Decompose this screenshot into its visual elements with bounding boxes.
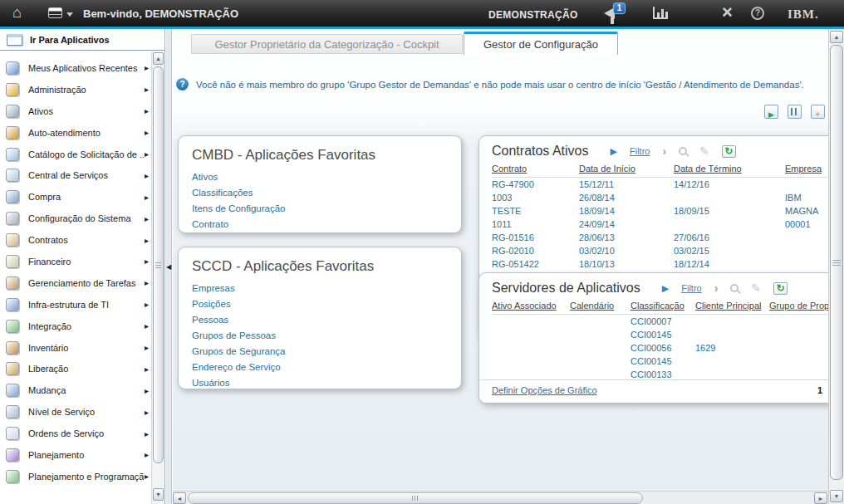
sidebar-splitter[interactable]: ◀ — [166, 29, 172, 504]
scheduling-icon — [6, 470, 19, 483]
scroll-up-button[interactable]: ▲ — [830, 31, 843, 43]
tab-gestor-configuracao[interactable]: Gestor de Configuração — [464, 32, 618, 55]
sidebar-item[interactable]: Ordens de Serviço▸ — [0, 423, 151, 444]
collapse-sidebar-icon[interactable]: ◀ — [166, 263, 171, 271]
filter-link[interactable]: Filtro — [681, 283, 701, 293]
logout-close-icon[interactable]: × — [722, 2, 733, 23]
favorite-app-link[interactable]: Itens de Configuração — [192, 201, 448, 217]
table-row[interactable]: TESTE18/09/1418/09/15MAGNA — [492, 204, 828, 218]
sidebar-item[interactable]: Auto-atendimento▸ — [0, 122, 151, 144]
sidebar-item[interactable]: Ativos▸ — [0, 100, 151, 122]
tab-gestor-proprietario[interactable]: Gestor Proprietário da Categorização - C… — [191, 34, 463, 54]
horizontal-scrollbar[interactable]: ◄ ► — [173, 491, 828, 504]
service-desk-icon — [6, 169, 19, 182]
sidebar-item[interactable]: Integração▸ — [0, 316, 151, 337]
column-header-link[interactable]: Calendário — [570, 301, 614, 311]
favorite-app-link[interactable]: Contrato — [192, 217, 448, 232]
chart-options-link[interactable]: Definir Opções de Gráfico — [492, 385, 597, 395]
sidebar-item[interactable]: Planejamento▸ — [0, 444, 151, 466]
table-row[interactable]: RG-0151628/06/1327/06/16 — [492, 231, 828, 244]
scroll-down-button[interactable]: ▼ — [153, 488, 164, 501]
column-header-link[interactable]: Contrato — [492, 164, 527, 174]
sidebar-item[interactable]: Mudança▸ — [0, 379, 151, 401]
sidebar-item[interactable]: Planejamento e Programação▸ — [0, 466, 151, 487]
menu-caret-icon[interactable] — [66, 12, 73, 17]
help-icon[interactable]: ? — [751, 7, 764, 20]
scroll-up-button[interactable]: ▲ — [153, 52, 164, 65]
release-icon — [6, 362, 19, 375]
search-icon[interactable] — [679, 147, 687, 155]
scrollbar-thumb[interactable] — [188, 492, 643, 504]
scrollbar-thumb[interactable] — [153, 66, 164, 463]
display-settings-icon[interactable]: ▶ — [764, 105, 778, 119]
table-row[interactable]: CCI00145 — [492, 355, 828, 368]
table-row[interactable]: CCI00145 — [492, 328, 828, 341]
sidebar-item[interactable]: Financeiro▸ — [0, 251, 151, 272]
go-to-applications-header[interactable]: Ir Para Aplicativos — [0, 29, 164, 51]
welcome-text: Bem-vindo, DEMONSTRAÇÃO — [83, 7, 238, 20]
favorite-app-link[interactable]: Grupos de Segurança — [192, 344, 448, 360]
column-header-link[interactable]: Data de Início — [579, 164, 635, 174]
table-row[interactable]: RG-0201003/02/1003/02/15 — [492, 244, 828, 257]
scrollbar-thumb[interactable] — [830, 45, 843, 480]
column-header-link[interactable]: Classificação — [631, 301, 685, 311]
ibm-logo: IBM. — [788, 7, 819, 22]
favorite-app-link[interactable]: Pessoas — [192, 312, 448, 328]
scroll-right-button[interactable]: ► — [814, 492, 827, 504]
column-header-link[interactable]: Empresa — [785, 164, 822, 174]
sidebar-item[interactable]: Compra▸ — [0, 186, 151, 208]
vertical-scrollbar[interactable]: ▲ ▼ — [828, 29, 844, 504]
favorite-app-link[interactable]: Usuários — [192, 375, 448, 391]
refresh-icon[interactable]: ↻ — [773, 282, 788, 295]
edit-filter-icon[interactable]: ✎ — [751, 281, 761, 295]
scroll-down-button[interactable]: ▼ — [830, 490, 843, 502]
favorite-app-link[interactable]: Posições — [192, 296, 448, 312]
favorite-app-link[interactable]: Grupos de Pessoas — [192, 328, 448, 344]
servidores-table: Ativo AssociadoCalendárioClassificaçãoCl… — [492, 299, 828, 381]
search-icon[interactable] — [730, 284, 738, 292]
column-header-link[interactable]: Cliente Principal — [695, 301, 761, 311]
table-row[interactable]: RG-05142218/10/1318/12/14 — [492, 257, 828, 271]
new-portlet-icon[interactable]: + — [811, 105, 825, 119]
sidebar-item-label: Configuração do Sistema — [28, 213, 144, 223]
home-icon[interactable]: ⌂ — [12, 4, 22, 22]
table-row[interactable]: 100326/08/14IBM — [492, 191, 828, 204]
submenu-arrow-icon: ▸ — [145, 257, 149, 266]
sidebar-item[interactable]: Meus Aplicativos Recentes▸ — [0, 57, 151, 79]
sidebar-item[interactable]: Configuração do Sistema▸ — [0, 208, 151, 229]
reports-chart-icon[interactable] — [653, 7, 668, 19]
table-row[interactable]: 101124/09/1400001 — [492, 218, 828, 231]
sidebar-scrollbar[interactable]: ▲ ▼ — [151, 51, 164, 504]
table-row[interactable]: CCI00007 — [492, 315, 828, 329]
sidebar-item[interactable]: Inventário▸ — [0, 337, 151, 359]
sidebar-item[interactable]: Administração▸ — [0, 79, 151, 100]
sidebar-item[interactable]: Central de Serviços▸ — [0, 164, 151, 186]
favorite-app-link[interactable]: Endereço de Serviço — [192, 360, 448, 375]
sidebar-item[interactable]: Contratos▸ — [0, 229, 151, 251]
favorite-app-link[interactable]: Ativos — [192, 169, 448, 185]
column-header-link[interactable]: Data de Término — [674, 164, 742, 174]
favorite-app-link[interactable]: Empresas — [192, 281, 448, 296]
sidebar-item[interactable]: Infra-estrutura de TI▸ — [0, 294, 151, 316]
favorite-app-link[interactable]: Classificações — [192, 185, 448, 201]
sidebar-item[interactable]: Catálogo de Solicitação de ..▸ — [0, 144, 151, 165]
applications-menu-icon[interactable] — [48, 7, 62, 18]
profile-icon[interactable] — [703, 6, 718, 21]
filter-toggle-icon[interactable]: ▶ — [611, 146, 617, 157]
table-cell: 03/02/10 — [579, 244, 674, 257]
column-header-link[interactable]: Ativo Associado — [492, 301, 557, 311]
sidebar-item[interactable]: Liberação▸ — [0, 358, 151, 379]
modify-template-icon[interactable] — [788, 105, 802, 119]
refresh-icon[interactable]: ↻ — [722, 145, 736, 158]
sidebar-item[interactable]: Nível de Serviço▸ — [0, 401, 151, 423]
sidebar-item[interactable]: Gerenciamento de Tarefas▸ — [0, 272, 151, 294]
scroll-left-button[interactable]: ◄ — [173, 492, 186, 504]
edit-filter-icon[interactable]: ✎ — [699, 144, 709, 158]
sidebar-item-label: Meus Aplicativos Recentes — [28, 63, 144, 73]
table-row[interactable]: CCI000561629 — [492, 341, 828, 355]
filter-toggle-icon[interactable]: ▶ — [662, 283, 669, 294]
column-header-link[interactable]: Grupo de Propri — [769, 301, 828, 311]
sidebar-item-label: Ativos — [28, 106, 144, 116]
table-row[interactable]: RG-4790015/12/1114/12/16 — [492, 178, 828, 192]
filter-link[interactable]: Filtro — [630, 146, 650, 156]
